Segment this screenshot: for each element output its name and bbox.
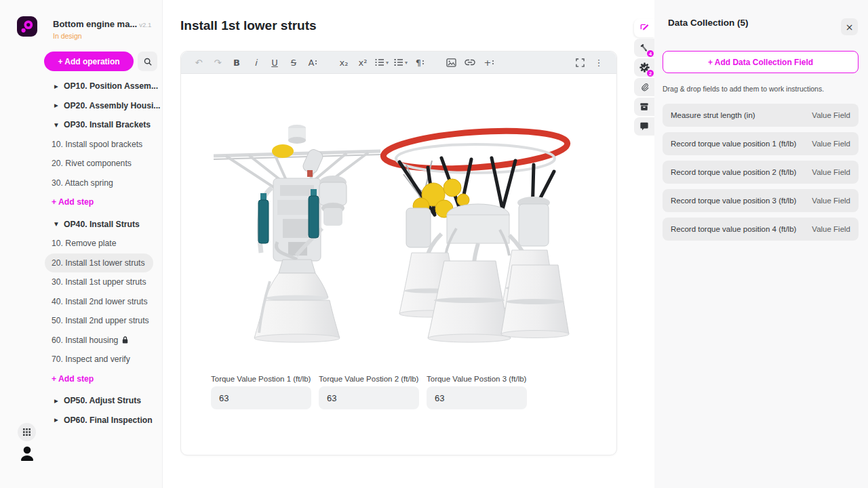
sidebar-step-install-spool-brackets[interactable]: 10. Install spool brackets — [0, 135, 163, 155]
data-collection-field-torque-2[interactable]: Record torque value position 2 (ft/lb) V… — [663, 161, 859, 184]
op-label: OP30. Install Brackets — [64, 120, 151, 129]
op-label: OP50. Adjust Struts — [64, 396, 141, 405]
step-label: 40. Install 2nd lower struts — [52, 297, 148, 306]
sidebar-step-install-2nd-lower-struts[interactable]: 40. Install 2nd lower struts — [0, 292, 163, 312]
user-avatar[interactable] — [20, 445, 35, 464]
image-icon — [446, 58, 456, 67]
step-label: 30. Install 1st upper struts — [52, 277, 146, 287]
tab-comments[interactable] — [634, 117, 654, 136]
add-data-collection-field-button[interactable]: + Add Data Collection Field — [663, 51, 859, 73]
insert-image-button[interactable] — [441, 52, 460, 74]
work-instruction-canvas[interactable]: Torque Value Postion 1 (ft/lb) Torque Va… — [181, 74, 616, 455]
operations-sidebar: Bottom engine ma...v2.1 In design + Add … — [0, 0, 163, 488]
add-operation-button[interactable]: + Add operation — [44, 52, 134, 71]
project-version: v2.1 — [139, 21, 151, 28]
sidebar-step-rivet-components[interactable]: 20. Rivet components — [0, 154, 163, 174]
operations-list: ▶ OP10. Position Assem... ▶ OP20. Assemb… — [0, 77, 163, 430]
data-collection-field-torque-4[interactable]: Record torque value position 4 (ft/lb) V… — [663, 218, 859, 241]
parts-count-badge: 4 — [646, 49, 654, 58]
torque-field-1-label: Torque Value Postion 1 (ft/lb) — [211, 375, 311, 383]
torque-field-1: Torque Value Postion 1 (ft/lb) — [211, 375, 311, 409]
op-label: OP60. Final Inspection — [64, 415, 153, 425]
subscript-button[interactable]: x₂ — [334, 52, 353, 74]
italic-button[interactable]: i — [246, 52, 265, 74]
step-label: 30. Attach spring — [52, 178, 113, 188]
lock-icon — [122, 336, 128, 344]
bullet-list-button[interactable]: ▾ — [372, 52, 391, 74]
torque-value-input-1[interactable] — [211, 386, 311, 409]
close-panel-button[interactable]: × — [841, 18, 858, 35]
comment-icon — [639, 122, 649, 131]
strikethrough-button[interactable]: S — [284, 52, 303, 74]
insert-link-button[interactable] — [460, 52, 479, 74]
data-collection-field-measure-strut-length[interactable]: Measure strut length (in) Value Field — [663, 104, 859, 127]
sidebar-op-op50[interactable]: ▶ OP50. Adjust Struts — [0, 391, 163, 411]
right-tool-rail: 4 2 — [634, 19, 654, 137]
caret-right-icon: ▶ — [54, 417, 64, 423]
text-style-button[interactable]: A — [303, 52, 322, 74]
panel-title: Data Collection (5) — [668, 18, 749, 28]
link-icon — [465, 59, 475, 66]
caret-right-icon: ▶ — [54, 398, 64, 404]
step-label: 20. Rivet components — [52, 159, 132, 168]
sidebar-op-op20[interactable]: ▶ OP20. Assembly Housi... — [0, 96, 163, 116]
torque-field-3-label: Torque Value Postion 3 (ft/lb) — [427, 375, 527, 383]
sidebar-op-op40[interactable]: ▼ OP40. Install Struts — [0, 215, 163, 235]
torque-field-2: Torque Value Postion 2 (ft/lb) — [319, 375, 419, 409]
page-title: Install 1st lower struts — [180, 18, 317, 33]
add-step-button[interactable]: + Add step — [0, 369, 163, 389]
sidebar-step-install-1st-upper-struts[interactable]: 30. Install 1st upper struts — [0, 272, 163, 292]
step-label: 20. Install 1st lower struts — [52, 258, 145, 268]
search-button[interactable] — [138, 52, 157, 71]
add-step-button[interactable]: + Add step — [0, 192, 163, 212]
superscript-button[interactable]: x² — [353, 52, 372, 74]
ordered-list-button[interactable]: ▾ — [391, 52, 410, 74]
tab-attachments[interactable] — [634, 78, 654, 96]
person-icon — [20, 445, 35, 464]
step-label: 60. Install housing — [52, 336, 118, 345]
apps-grid-button[interactable] — [18, 423, 36, 441]
tab-parts[interactable]: 4 — [634, 39, 654, 57]
sidebar-step-install-1st-lower-struts[interactable]: 20. Install 1st lower struts — [45, 253, 153, 273]
data-collection-field-torque-3[interactable]: Record torque value position 3 (ft/lb) V… — [663, 189, 859, 212]
torque-fields-row: Torque Value Postion 1 (ft/lb) Torque Va… — [211, 375, 527, 409]
caret-right-icon: ▶ — [54, 83, 64, 89]
undo-button[interactable]: ↶ — [189, 52, 208, 74]
tab-archive[interactable] — [634, 98, 654, 116]
op-label: OP10. Position Assem... — [64, 81, 158, 91]
redo-button[interactable]: ↷ — [208, 52, 227, 74]
close-icon: × — [846, 22, 854, 33]
sidebar-step-remove-plate[interactable]: 10. Remove plate — [0, 234, 163, 253]
data-collection-field-torque-1[interactable]: Record torque value position 1 (ft/lb) V… — [663, 132, 859, 155]
tab-work-instructions[interactable] — [634, 19, 654, 37]
insert-more-button[interactable]: + — [479, 52, 498, 74]
project-header[interactable]: Bottom engine ma...v2.1 In design — [53, 18, 155, 40]
edit-icon — [639, 23, 650, 33]
app-logo[interactable] — [17, 16, 37, 37]
archive-box-icon — [639, 102, 649, 111]
engine-cluster-photo — [376, 120, 574, 344]
quality-count-badge: 2 — [646, 69, 654, 77]
pico-logo-icon — [17, 16, 37, 37]
sidebar-step-inspect-and-verify[interactable]: 70. Inspect and verify — [0, 350, 163, 369]
sidebar-step-install-housing[interactable]: 60. Install housing — [0, 331, 163, 350]
torque-value-input-2[interactable] — [319, 386, 419, 409]
step-label: 10. Install spool brackets — [52, 140, 142, 149]
underline-button[interactable]: U — [265, 52, 284, 74]
step-label: 70. Inspect and verify — [52, 354, 130, 364]
sidebar-op-op30[interactable]: ▼ OP30. Install Brackets — [0, 115, 163, 135]
sidebar-step-install-2nd-upper-struts[interactable]: 50. Install 2nd upper struts — [0, 311, 163, 331]
toolbar-more-button[interactable]: ⋮ — [589, 52, 608, 74]
drag-drop-hint: Drag & drop fields to add them to work i… — [663, 85, 824, 93]
op-label: OP40. Install Struts — [64, 220, 140, 229]
bold-button[interactable]: B — [227, 52, 246, 74]
paragraph-format-button[interactable]: ¶ — [410, 52, 429, 74]
fullscreen-button[interactable] — [570, 52, 589, 74]
tab-quality-checks[interactable]: 2 — [634, 58, 654, 77]
sidebar-step-attach-spring[interactable]: 30. Attach spring — [0, 174, 163, 193]
step-label: 10. Remove plate — [52, 239, 117, 248]
torque-value-input-3[interactable] — [427, 386, 527, 409]
torque-field-2-label: Torque Value Postion 2 (ft/lb) — [319, 375, 419, 383]
sidebar-op-op10[interactable]: ▶ OP10. Position Assem... — [0, 77, 163, 96]
data-collection-list: Measure strut length (in) Value Field Re… — [663, 104, 859, 246]
